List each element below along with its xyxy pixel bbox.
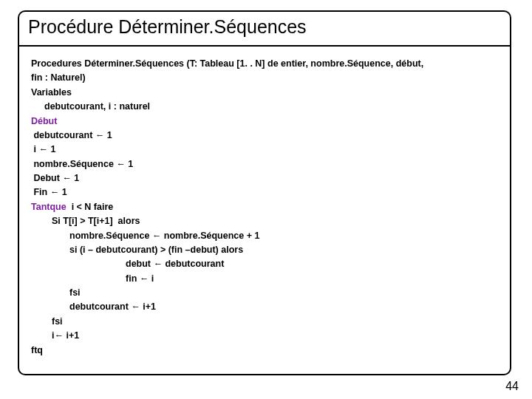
code-line: debutcourant ← 1 — [31, 129, 498, 143]
code-line: Debut ← 1 — [31, 171, 498, 185]
slide-frame: Procédure Déterminer.Séquences Procedure… — [18, 10, 511, 375]
assign-arrow-icon: ← — [140, 273, 149, 284]
assign-arrow-icon: ← — [38, 144, 48, 154]
code-line: nombre.Séquence ← nombre.Séquence + 1 — [31, 229, 498, 243]
page-number: 44 — [505, 380, 519, 393]
code-line: si (i – debutcourant) > (fin –debut) alo… — [31, 243, 498, 257]
assign-arrow-icon: ← — [116, 159, 126, 169]
code-line: debutcourant, i : naturel — [31, 100, 498, 114]
code-line: nombre.Séquence ← 1 — [31, 157, 498, 171]
code-line: Fin ← 1 — [31, 185, 498, 200]
assign-arrow-icon: ← — [50, 187, 60, 197]
code-line: Variables — [31, 86, 498, 100]
code-line: debutcourant ← i+1 — [31, 300, 498, 314]
code-line: fin ← i — [31, 272, 498, 286]
assign-arrow-icon: ← — [54, 330, 64, 341]
code-body: Procedures Déterminer.Séquences (T: Tabl… — [19, 47, 510, 362]
title-bar: Procédure Déterminer.Séquences — [19, 12, 510, 47]
keyword-debut: Début — [31, 116, 57, 126]
assign-arrow-icon: ← — [95, 130, 105, 140]
code-line: ftq — [31, 344, 498, 358]
code-line: Début — [31, 115, 498, 129]
code-line: Procedures Déterminer.Séquences (T: Tabl… — [31, 57, 498, 71]
code-line: fsi — [31, 315, 498, 329]
code-line: fsi — [31, 286, 498, 300]
slide-title: Procédure Déterminer.Séquences — [28, 16, 501, 38]
assign-arrow-icon: ← — [152, 231, 162, 241]
code-line: fin : Naturel) — [31, 71, 498, 85]
code-line: i ← 1 — [31, 143, 498, 157]
code-line: i← i+1 — [31, 329, 498, 343]
assign-arrow-icon: ← — [62, 173, 72, 183]
code-line: debut ← debutcourant — [31, 257, 498, 271]
code-line: Si T[i] > T[i+1] alors — [31, 214, 498, 228]
assign-arrow-icon: ← — [131, 301, 140, 312]
assign-arrow-icon: ← — [154, 259, 163, 269]
keyword-tantque: Tantque — [31, 202, 66, 212]
code-line: Tantque i < N faire — [31, 200, 498, 214]
